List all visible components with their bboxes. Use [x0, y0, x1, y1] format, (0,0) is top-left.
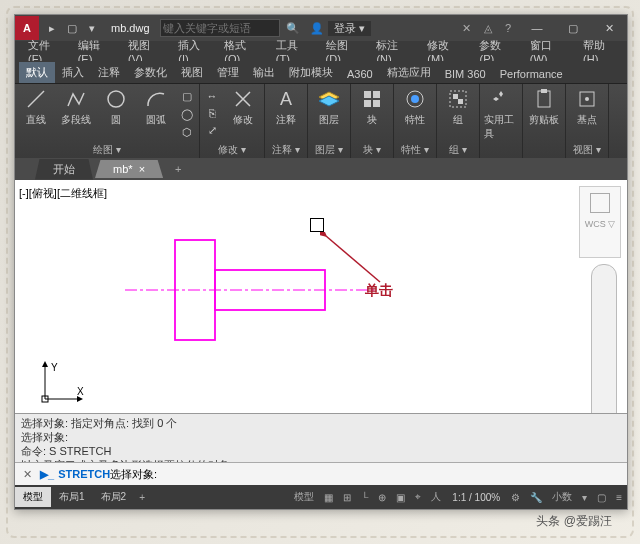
block-button[interactable]: 块 — [355, 86, 389, 127]
panel-group-label: 组 ▾ — [441, 142, 475, 158]
command-line[interactable]: ✕ ▶_ STRETCH 选择对象: — [15, 462, 627, 485]
status-more-icon[interactable]: ▾ — [577, 492, 592, 503]
ribbon-tab-param[interactable]: 参数化 — [127, 62, 174, 83]
user-icon: 👤 — [306, 22, 328, 35]
status-decimal[interactable]: 小数 — [547, 490, 577, 504]
ribbon-tabs: 默认 插入 注释 参数化 视图 管理 输出 附加模块 A360 精选应用 BIM… — [15, 61, 627, 84]
svg-line-0 — [28, 91, 44, 107]
svg-rect-9 — [453, 94, 458, 99]
search-icon[interactable]: 🔍 — [280, 22, 306, 35]
svg-line-18 — [326, 236, 380, 282]
layer-button[interactable]: 图层 — [312, 86, 346, 127]
modify-button[interactable]: 修改 — [226, 86, 260, 127]
ribbon-tab-insert[interactable]: 插入 — [55, 62, 91, 83]
status-user-icon[interactable]: 人 — [426, 490, 446, 504]
modify-copy-icon[interactable]: ⎘ — [204, 105, 220, 121]
doc-tab-current[interactable]: mb* × — [95, 160, 163, 178]
app-logo[interactable]: A — [15, 16, 39, 40]
svg-rect-10 — [458, 99, 463, 104]
ribbon-tab-output[interactable]: 输出 — [246, 62, 282, 83]
panel-block-label: 块 ▾ — [355, 142, 389, 158]
status-osnap-icon[interactable]: ▣ — [391, 492, 410, 503]
base-button[interactable]: 基点 — [570, 86, 604, 127]
status-dyn-icon[interactable]: ⌖ — [410, 491, 426, 503]
ribbon: 直线 多段线 圆 圆弧 ▢ ◯ ⬡ 绘图 ▾ ↔ ⎘ ⤢ 修改 修改 ▾ A注释… — [15, 84, 627, 158]
status-polar-icon[interactable]: ⊕ — [373, 492, 391, 503]
panel-modify-label: 修改 ▾ — [204, 142, 260, 158]
cmd-prompt-icon: ▶_ — [36, 468, 58, 481]
panel-layer-label: 图层 ▾ — [312, 142, 346, 158]
svg-rect-11 — [538, 91, 550, 107]
polyline-button[interactable]: 多段线 — [59, 86, 93, 127]
modify-stretch-icon[interactable]: ⤢ — [204, 122, 220, 138]
svg-rect-5 — [373, 100, 380, 107]
svg-rect-4 — [364, 100, 371, 107]
modify-move-icon[interactable]: ↔ — [204, 88, 220, 104]
tab-layout2[interactable]: 布局2 — [93, 487, 135, 507]
drawing-canvas[interactable]: [-][俯视][二维线框] WCS ▽ 单击 Y X — [15, 180, 627, 413]
attribution: 头条 @爱踢汪 — [14, 510, 626, 530]
tab-model[interactable]: 模型 — [15, 487, 51, 507]
svg-text:X: X — [77, 386, 84, 397]
viewport-label[interactable]: [-][俯视][二维线框] — [19, 186, 107, 201]
search-input[interactable] — [160, 19, 280, 37]
svg-rect-12 — [541, 89, 547, 93]
svg-rect-2 — [364, 91, 371, 98]
document-tabs: 开始 mb* × + — [15, 158, 627, 180]
login-button[interactable]: 登录 ▾ — [328, 21, 371, 36]
doc-tab-start[interactable]: 开始 — [35, 159, 93, 180]
viewcube[interactable]: WCS ▽ — [579, 186, 621, 258]
cmd-close-icon[interactable]: ✕ — [19, 468, 36, 481]
status-tray-icon[interactable]: ≡ — [611, 492, 627, 503]
group-button[interactable]: 组 — [441, 86, 475, 127]
ribbon-tab-perf[interactable]: Performance — [493, 65, 570, 83]
cloud-icon[interactable]: ◬ — [479, 22, 500, 35]
status-gear-icon[interactable]: ⚙ — [506, 492, 525, 503]
status-clean-icon[interactable]: ▢ — [592, 492, 611, 503]
ribbon-tab-default[interactable]: 默认 — [19, 62, 55, 83]
ribbon-tab-manage[interactable]: 管理 — [210, 62, 246, 83]
clip-button[interactable]: 剪贴板 — [527, 86, 561, 127]
status-wrench-icon[interactable]: 🔧 — [525, 492, 547, 503]
ribbon-tab-view[interactable]: 视图 — [174, 62, 210, 83]
svg-text:Y: Y — [51, 362, 58, 373]
panel-view-label: 视图 ▾ — [570, 142, 604, 158]
status-zoom[interactable]: 1:1 / 100% — [446, 492, 506, 503]
arc-button[interactable]: 圆弧 — [139, 86, 173, 127]
circle-button[interactable]: 圆 — [99, 86, 133, 127]
svg-point-7 — [411, 95, 419, 103]
draw-small-1[interactable]: ▢ — [179, 88, 195, 104]
util-button[interactable]: 实用工具 — [484, 86, 518, 141]
status-snap-icon[interactable]: ⊞ — [338, 492, 356, 503]
status-grid-icon[interactable]: ▦ — [319, 492, 338, 503]
ribbon-tab-addin[interactable]: 附加模块 — [282, 62, 340, 83]
help-icon[interactable]: ? — [500, 22, 519, 34]
status-model-button[interactable]: 模型 — [289, 490, 319, 504]
drawing-geometry — [115, 218, 495, 378]
doc-tab-add-button[interactable]: + — [165, 163, 191, 175]
pickbox-cursor — [310, 218, 324, 232]
prop-button[interactable]: 特性 — [398, 86, 432, 127]
status-bar: 模型 布局1 布局2 + 模型 ▦ ⊞ └ ⊕ ▣ ⌖ 人 1:1 / 100%… — [15, 485, 627, 509]
exchange-icon[interactable]: ✕ — [457, 22, 479, 35]
annotate-button[interactable]: A注释 — [269, 86, 303, 127]
ribbon-tab-bim360[interactable]: BIM 360 — [438, 65, 493, 83]
ribbon-tab-annotate[interactable]: 注释 — [91, 62, 127, 83]
navigation-bar[interactable] — [591, 264, 617, 413]
status-ortho-icon[interactable]: └ — [356, 492, 373, 503]
tab-add-icon[interactable]: + — [134, 492, 150, 503]
command-input[interactable] — [157, 467, 623, 481]
filename: mb.dwg — [101, 22, 160, 34]
panel-annot-label: 注释 ▾ — [269, 142, 303, 158]
line-button[interactable]: 直线 — [19, 86, 53, 127]
ribbon-tab-featured[interactable]: 精选应用 — [380, 62, 438, 83]
svg-point-1 — [108, 91, 124, 107]
draw-small-2[interactable]: ◯ — [179, 106, 195, 122]
menubar: 文件(F) 编辑(E) 视图(V) 插入(I) 格式(O) 工具(T) 绘图(D… — [15, 41, 627, 61]
tab-layout1[interactable]: 布局1 — [51, 487, 93, 507]
ribbon-tab-a360[interactable]: A360 — [340, 65, 380, 83]
svg-point-14 — [585, 97, 589, 101]
command-history[interactable]: 选择对象: 指定对角点: 找到 0 个 选择对象: 命令: S STRETCH … — [15, 413, 627, 462]
draw-small-3[interactable]: ⬡ — [179, 124, 195, 140]
panel-draw-label: 绘图 ▾ — [19, 142, 195, 158]
